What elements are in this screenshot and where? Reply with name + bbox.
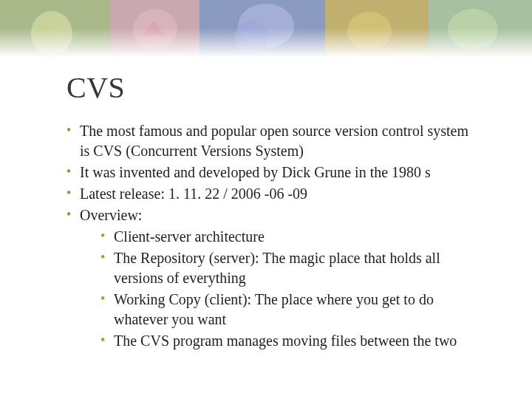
slide: CVS The most famous and popular open sou… bbox=[0, 0, 532, 399]
bullet-text: Overview: bbox=[80, 207, 142, 223]
bullet-item: The most famous and popular open source … bbox=[66, 121, 480, 161]
sub-bullet-list: Client-server architecture The Repositor… bbox=[100, 227, 480, 351]
sub-bullet-item: Working Copy (client): The place where y… bbox=[100, 290, 480, 330]
sub-bullet-item: The Repository (server): The magic place… bbox=[100, 248, 480, 288]
bullet-list: The most famous and popular open source … bbox=[66, 121, 480, 351]
slide-content: CVS The most famous and popular open sou… bbox=[66, 70, 480, 352]
slide-title: CVS bbox=[66, 70, 480, 105]
bullet-item: Overview: Client-server architecture The… bbox=[66, 205, 480, 351]
bullet-item: It was invented and developed by Dick Gr… bbox=[66, 163, 480, 183]
sub-bullet-item: The CVS program manages moving files bet… bbox=[100, 331, 480, 351]
sub-bullet-item: Client-server architecture bbox=[100, 227, 480, 247]
bullet-item: Latest release: 1. 11. 22 / 2006 -06 -09 bbox=[66, 184, 480, 204]
decorative-banner bbox=[0, 0, 532, 58]
svg-rect-12 bbox=[0, 28, 532, 58]
